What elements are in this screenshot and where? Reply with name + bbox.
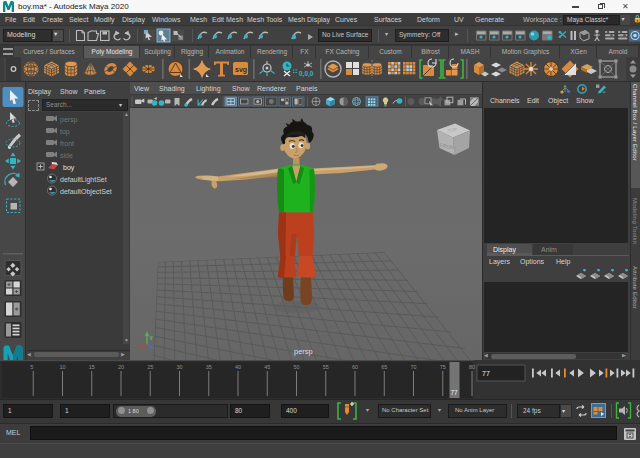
svg-text:15: 15 bbox=[89, 364, 95, 370]
svg-text:5: 5 bbox=[30, 364, 33, 370]
svg-text:top: top bbox=[60, 128, 70, 136]
svg-text:60: 60 bbox=[352, 364, 358, 370]
svg-text:50: 50 bbox=[294, 364, 300, 370]
svg-text:75: 75 bbox=[440, 364, 446, 370]
svg-text:persp: persp bbox=[294, 347, 313, 356]
svg-text:20: 20 bbox=[118, 364, 124, 370]
svg-text:35: 35 bbox=[206, 364, 212, 370]
svg-text:svg: svg bbox=[235, 65, 247, 73]
svg-text:boy: boy bbox=[63, 164, 75, 172]
svg-text:25: 25 bbox=[147, 364, 153, 370]
svg-text:side: side bbox=[60, 152, 73, 159]
svg-text:front: front bbox=[60, 140, 74, 147]
svg-text:30: 30 bbox=[177, 364, 183, 370]
svg-text:70: 70 bbox=[411, 364, 417, 370]
svg-text:80: 80 bbox=[469, 364, 475, 370]
svg-text:defaultLightSet: defaultLightSet bbox=[60, 176, 107, 184]
svg-text:10: 10 bbox=[60, 364, 66, 370]
svg-text:40: 40 bbox=[235, 364, 241, 370]
svg-text:65: 65 bbox=[381, 364, 387, 370]
svg-text:0,0,0: 0,0,0 bbox=[299, 70, 314, 78]
svg-text:55: 55 bbox=[323, 364, 329, 370]
svg-text:defaultObjectSet: defaultObjectSet bbox=[60, 188, 112, 196]
svg-text:77: 77 bbox=[482, 370, 490, 377]
svg-text:persp: persp bbox=[60, 116, 78, 124]
svg-text:77: 77 bbox=[451, 389, 459, 396]
svg-text:45: 45 bbox=[264, 364, 270, 370]
